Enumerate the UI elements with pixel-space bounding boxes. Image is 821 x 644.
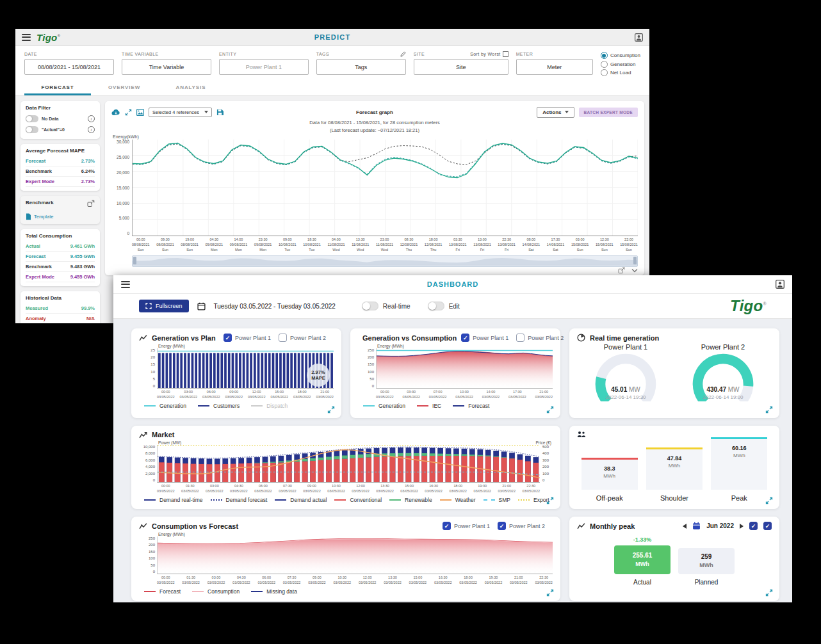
x-tick: 08:0014/08/2021Sat xyxy=(523,237,541,253)
forecast-chart[interactable] xyxy=(132,140,638,236)
predict-tabs: FORECASTOVERVIEWANALYSIS xyxy=(15,79,649,96)
info-icon[interactable]: i xyxy=(88,126,95,133)
toggle-switch[interactable] xyxy=(26,115,38,122)
account-icon[interactable] xyxy=(776,280,784,289)
legend-item: Dispatch xyxy=(251,403,288,409)
actions-button[interactable]: Actions xyxy=(537,107,574,118)
realtime-toggle[interactable] xyxy=(362,302,378,310)
checkbox-label: Power Plant 1 xyxy=(454,523,490,529)
checkbox-power-plant-2[interactable] xyxy=(279,334,287,342)
date-label: DATE xyxy=(24,52,37,56)
menu-icon[interactable] xyxy=(121,281,130,288)
menu-icon[interactable] xyxy=(22,34,31,41)
sort-by-worst-checkbox[interactable] xyxy=(503,51,508,57)
y-axis-label-left: Power (MW) xyxy=(158,440,181,445)
graph-toolbar: Selected 4 references Forecast graph Act… xyxy=(111,106,638,118)
collapse-chevron-icon[interactable] xyxy=(631,268,638,273)
market-chart-icon xyxy=(139,431,147,439)
x-tick: 22:3003/05/2022 xyxy=(522,484,540,494)
axis-tick: 5 xyxy=(153,377,155,381)
brush-handle-right[interactable] xyxy=(633,257,637,264)
legend-swatch xyxy=(363,405,375,407)
radio-option-generation[interactable]: Generation xyxy=(601,61,640,68)
legend-item: IEC xyxy=(417,403,441,409)
edit-toggle[interactable] xyxy=(428,302,444,310)
expand-icon[interactable] xyxy=(546,497,554,504)
dashboard-window: DASHBOARD Fullscreen Tuesday 03.05.2022 … xyxy=(113,275,792,602)
calendar-icon[interactable] xyxy=(692,522,701,530)
expand-icon[interactable] xyxy=(765,406,773,414)
previous-month-arrow[interactable] xyxy=(683,524,687,529)
meter-select[interactable]: Meter xyxy=(516,59,593,75)
brush-handle-left[interactable] xyxy=(133,257,136,264)
tariff-label: Off-peak xyxy=(596,494,623,502)
stat-label: Expert Mode xyxy=(26,179,54,184)
time-variable-select[interactable]: Time Variable xyxy=(122,59,211,75)
account-icon[interactable] xyxy=(635,33,643,42)
radio-option-net-load[interactable]: Net Load xyxy=(601,69,640,76)
market-chart[interactable] xyxy=(157,445,540,483)
peak-checkbox-1[interactable]: ✓ xyxy=(749,522,758,530)
time-range-brush[interactable] xyxy=(132,255,638,267)
info-icon[interactable]: i xyxy=(88,115,95,122)
entity-select[interactable]: Power Plant 1 xyxy=(219,59,309,75)
mode-radio-group: ConsumptionGenerationNet Load xyxy=(601,51,640,76)
references-dropdown[interactable]: Selected 4 references xyxy=(149,108,212,117)
tab-analysis[interactable]: ANALYSIS xyxy=(158,79,224,95)
axis-tick: 250 xyxy=(368,348,374,352)
expand-icon[interactable] xyxy=(546,589,554,597)
expand-icon[interactable] xyxy=(546,406,554,414)
stat-value: 9.455 GWh xyxy=(70,254,95,259)
gauge-power-plant-1: Power Plant 145.01 MW2022-06-14 19:30 xyxy=(585,343,667,400)
axis-tick: 25,000 xyxy=(117,155,129,159)
expand-arrows-icon[interactable] xyxy=(125,109,132,116)
checkbox-power-plant-2[interactable] xyxy=(516,334,524,342)
stat-value: N/A xyxy=(86,316,95,321)
batch-expert-mode-button[interactable]: BATCH EXPERT MODE xyxy=(579,108,638,117)
toggle-switch[interactable] xyxy=(26,126,38,133)
expand-icon[interactable] xyxy=(765,589,773,597)
save-icon[interactable] xyxy=(216,109,224,116)
expand-icon[interactable] xyxy=(765,497,773,504)
date-input[interactable]: 08/08/2021 - 15/08/2021 xyxy=(24,59,114,75)
legend-swatch xyxy=(484,499,495,501)
checkbox-power-plant-1[interactable]: ✓ xyxy=(461,334,469,342)
chart-legend: ForecastConsumptionMissing data xyxy=(144,588,553,595)
time-variable-label: TIME VARIABLE xyxy=(122,52,159,56)
entity-label: ENTITY xyxy=(219,52,236,56)
y-axis-ticks-right: 5004003002001000 xyxy=(540,445,553,482)
checkbox-power-plant-1[interactable]: ✓ xyxy=(443,522,451,530)
generation-vs-consumption-chart[interactable] xyxy=(376,348,553,389)
expand-icon[interactable] xyxy=(327,406,335,414)
calendar-icon[interactable] xyxy=(197,302,206,310)
fullscreen-button[interactable]: Fullscreen xyxy=(139,300,189,312)
radio-option-consumption[interactable]: Consumption xyxy=(601,52,640,59)
y-axis-label: Energy (MWh) xyxy=(158,344,334,348)
tags-select[interactable]: Tags xyxy=(316,59,406,75)
legend-label: Renewable xyxy=(405,497,432,503)
external-link-icon[interactable] xyxy=(87,200,95,207)
site-select[interactable]: Site xyxy=(414,59,508,75)
x-tick: 06:0003/05/2022 xyxy=(257,576,275,585)
legend-item: Forecast xyxy=(144,588,181,595)
peak-checkbox-2[interactable]: ✓ xyxy=(763,522,772,530)
stat-label: Actual xyxy=(26,243,40,249)
template-link[interactable]: Template xyxy=(26,213,95,220)
checkbox-power-plant-2[interactable]: ✓ xyxy=(498,522,506,530)
consumption-vs-forecast-chart[interactable] xyxy=(157,536,553,574)
gauge-power-plant-2: Power Plant 2430.47 MW2022-06-14 19:00 xyxy=(682,343,764,400)
tab-overview[interactable]: OVERVIEW xyxy=(91,79,158,95)
generation-vs-plan-chart[interactable]: 2.97%MAPE xyxy=(157,348,334,389)
stat-row: Measured99.9% xyxy=(26,303,95,314)
predict-header: Tigo® PREDICT xyxy=(15,29,649,46)
next-month-arrow[interactable] xyxy=(740,524,744,529)
image-export-icon[interactable] xyxy=(136,109,144,116)
cloud-download-icon[interactable] xyxy=(111,109,120,116)
checkbox-power-plant-1[interactable]: ✓ xyxy=(224,334,232,342)
edit-pencil-icon[interactable] xyxy=(400,51,406,57)
open-external-icon[interactable] xyxy=(618,267,625,274)
stat-label: Forecast xyxy=(26,158,45,164)
month-selector[interactable]: Jun 2022 xyxy=(706,522,734,529)
date-range[interactable]: Tuesday 03.05.2022 - Tuesday 03.05.2022 xyxy=(214,303,336,310)
tab-forecast[interactable]: FORECAST xyxy=(24,79,91,95)
